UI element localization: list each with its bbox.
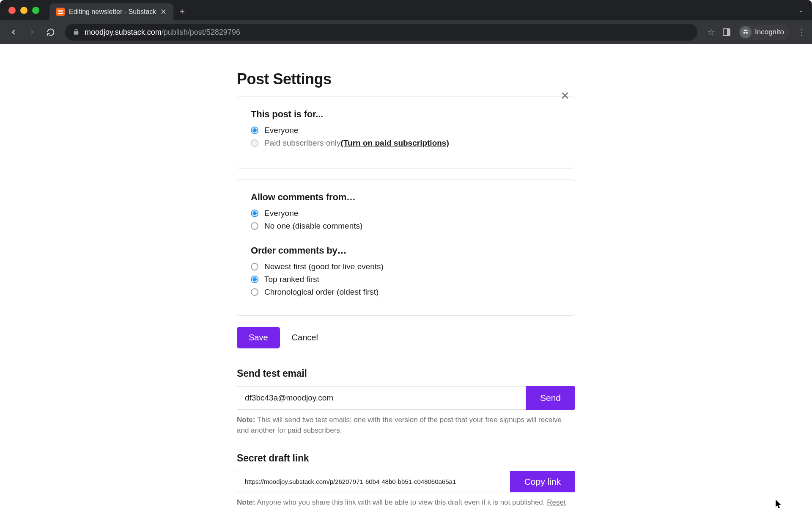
- order-newest[interactable]: Newest first (good for live events): [251, 262, 561, 271]
- order-by-heading: Order comments by…: [251, 245, 561, 256]
- url-text: moodjoy.substack.com/publish/post/528297…: [85, 28, 240, 37]
- page-content: Post Settings ✕ This post is for... Ever…: [237, 44, 575, 508]
- radio-icon: [251, 127, 258, 134]
- radio-label: No one (disable comments): [264, 221, 362, 231]
- radio-icon: [251, 210, 258, 217]
- audience-heading: This post is for...: [251, 109, 561, 120]
- order-top[interactable]: Top ranked first: [251, 275, 561, 284]
- radio-icon: [251, 139, 258, 147]
- incognito-label: Incognito: [755, 28, 784, 36]
- action-row: Save Cancel: [237, 327, 575, 348]
- copy-link-button[interactable]: Copy link: [510, 471, 575, 492]
- secret-link-heading: Secret draft link: [237, 453, 575, 464]
- reload-button[interactable]: [43, 25, 58, 40]
- page-title: Post Settings: [237, 70, 575, 88]
- window-close-button[interactable]: [8, 7, 16, 14]
- radio-icon: [251, 288, 258, 296]
- bookmark-star-icon[interactable]: ☆: [708, 27, 715, 37]
- radio-label: Chronological order (oldest first): [264, 287, 379, 297]
- test-email-note: Note: This will send two test emails: on…: [237, 415, 575, 436]
- test-email-row: Send: [237, 386, 575, 410]
- tab-title: Editing newsletter - Substack: [69, 8, 156, 16]
- browser-toolbar: moodjoy.substack.com/publish/post/528297…: [0, 20, 812, 44]
- browser-tab[interactable]: Editing newsletter - Substack ✕: [49, 3, 173, 20]
- secret-link-row: Copy link: [237, 471, 575, 492]
- window-controls: [8, 7, 39, 14]
- radio-icon: [251, 276, 258, 283]
- tab-strip: Editing newsletter - Substack ✕ + ⌄: [0, 0, 812, 20]
- side-panel-icon[interactable]: [723, 28, 730, 36]
- comments-card: Allow comments from… Everyone No one (di…: [237, 179, 575, 316]
- radio-label: Everyone: [264, 209, 298, 218]
- turn-on-paid-link[interactable]: (Turn on paid subscriptions): [341, 138, 449, 147]
- send-test-button[interactable]: Send: [526, 386, 575, 410]
- audience-option-everyone[interactable]: Everyone: [251, 126, 561, 135]
- svg-point-0: [743, 32, 746, 34]
- secret-link-note: Note: Anyone who you share this link wit…: [237, 497, 575, 508]
- svg-point-1: [746, 32, 748, 34]
- order-chrono[interactable]: Chronological order (oldest first): [251, 287, 561, 297]
- substack-favicon-icon: [56, 8, 65, 16]
- radio-label-disabled: Paid subscribers only: [264, 138, 341, 147]
- save-button[interactable]: Save: [237, 327, 280, 348]
- audience-option-paid[interactable]: Paid subscribers only(Turn on paid subsc…: [251, 138, 561, 148]
- new-tab-button[interactable]: +: [179, 6, 185, 17]
- close-settings-button[interactable]: ✕: [560, 90, 570, 101]
- lock-icon: [73, 28, 80, 36]
- comments-from-heading: Allow comments from…: [251, 192, 561, 203]
- comments-from-everyone[interactable]: Everyone: [251, 209, 561, 218]
- secret-link-input[interactable]: [237, 471, 510, 492]
- radio-icon: [251, 263, 258, 271]
- window-zoom-button[interactable]: [32, 7, 39, 14]
- radio-label: Newest first (good for live events): [264, 262, 384, 271]
- test-email-heading: Send test email: [237, 368, 575, 379]
- radio-label: Everyone: [264, 126, 298, 135]
- forward-button[interactable]: [25, 25, 40, 40]
- test-email-input[interactable]: [237, 386, 526, 410]
- address-bar[interactable]: moodjoy.substack.com/publish/post/528297…: [65, 24, 697, 41]
- comments-from-noone[interactable]: No one (disable comments): [251, 221, 561, 231]
- incognito-icon: [740, 26, 752, 38]
- window-minimize-button[interactable]: [20, 7, 27, 14]
- cancel-button[interactable]: Cancel: [290, 327, 320, 348]
- toolbar-right: ☆ Incognito ⋮: [708, 25, 806, 40]
- back-button[interactable]: [6, 25, 21, 40]
- tab-close-icon[interactable]: ✕: [160, 7, 167, 17]
- radio-icon: [251, 222, 258, 230]
- tabs-dropdown-icon[interactable]: ⌄: [798, 6, 804, 14]
- browser-menu-icon[interactable]: ⋮: [798, 31, 806, 33]
- browser-chrome: Editing newsletter - Substack ✕ + ⌄ mood…: [0, 0, 812, 44]
- audience-card: ✕ This post is for... Everyone Paid subs…: [237, 97, 575, 168]
- radio-label: Top ranked first: [264, 275, 319, 284]
- incognito-badge[interactable]: Incognito: [738, 25, 790, 40]
